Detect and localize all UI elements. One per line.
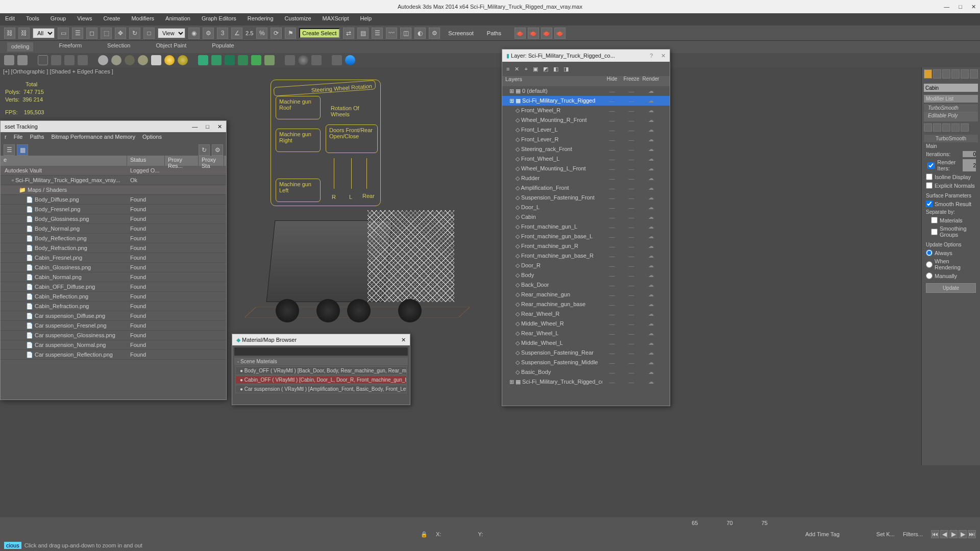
tree2-icon[interactable] bbox=[211, 55, 222, 65]
misc1-icon[interactable] bbox=[285, 55, 295, 65]
asset-row[interactable]: 📄 Body_Glossiness.pngFound bbox=[1, 214, 226, 224]
layer-panel[interactable]: ▮ Layer: Sci-Fi_Military_Truck_Rigged_co… bbox=[502, 49, 670, 406]
scale-icon[interactable]: □ bbox=[143, 28, 155, 39]
tool-icon[interactable] bbox=[332, 55, 342, 65]
curve-editor-icon[interactable]: 〰 bbox=[386, 28, 397, 39]
col-proxy-sta[interactable]: Proxy Sta bbox=[199, 156, 224, 166]
menu-views[interactable]: Views bbox=[77, 15, 92, 23]
layer-row[interactable]: ◇ Wheel_Mounting_L_Front——☁ bbox=[502, 164, 670, 173]
teapot2-icon[interactable]: 🫖 bbox=[528, 28, 539, 39]
menu-group[interactable]: Group bbox=[51, 15, 66, 23]
asset-row[interactable]: 📄 Body_Reflection.pngFound bbox=[1, 234, 226, 243]
select-window-icon[interactable]: ⬚ bbox=[101, 28, 112, 39]
show-icon[interactable] bbox=[933, 123, 941, 132]
sep-sg-check[interactable] bbox=[931, 229, 938, 235]
col-render[interactable]: Render bbox=[641, 76, 660, 86]
box-icon[interactable] bbox=[4, 55, 14, 65]
iterations-input[interactable] bbox=[963, 151, 976, 157]
asset-row[interactable]: 📄 Car suspension_Fresnel.pngFound bbox=[1, 321, 226, 331]
material-dialog-title[interactable]: ◆ Material/Map Browser ✕ bbox=[232, 334, 410, 345]
asset-menu-item[interactable]: Paths bbox=[30, 134, 44, 142]
mirror-icon[interactable]: ⇄ bbox=[343, 28, 354, 39]
layer-delete-icon[interactable]: ✕ bbox=[514, 66, 519, 72]
asset-row[interactable]: 📄 Car suspension_Normal.pngFound bbox=[1, 340, 226, 350]
tree1-icon[interactable] bbox=[198, 55, 208, 65]
layer-row[interactable]: ◇ Wheel_Mounting_R_Front——☁ bbox=[502, 115, 670, 125]
asset-row[interactable]: 📄 Cabin_Normal.pngFound bbox=[1, 272, 226, 282]
asset-menu-item[interactable]: File bbox=[14, 134, 23, 142]
percent-snap-icon[interactable]: % bbox=[256, 28, 267, 39]
asset-tracking-dialog[interactable]: sset Tracking —□✕ rFilePathsBitmap Perfo… bbox=[0, 120, 227, 400]
named-sel-icon[interactable]: ⚑ bbox=[285, 28, 296, 39]
ribbon-selection[interactable]: Selection bbox=[107, 42, 130, 52]
sep-materials-check[interactable] bbox=[931, 217, 938, 223]
render-iters-input[interactable] bbox=[963, 159, 976, 171]
material-browser-dialog[interactable]: ◆ Material/Map Browser ✕ - Scene Materia… bbox=[232, 334, 410, 405]
plane-icon[interactable] bbox=[17, 55, 28, 65]
layer-row[interactable]: ◇ Suspension_Fastening_Middle——☁ bbox=[502, 358, 670, 367]
asset-menu-item[interactable]: Options bbox=[142, 134, 162, 142]
close-icon[interactable]: ✕ bbox=[971, 4, 976, 10]
refresh-icon[interactable]: ↻ bbox=[199, 144, 210, 156]
asset-row[interactable]: 📄 Body_Refraction.pngFound bbox=[1, 243, 226, 253]
tree3-icon[interactable] bbox=[225, 55, 235, 65]
display-tab-icon[interactable] bbox=[961, 69, 969, 79]
material-item[interactable]: ● Car suspension ( VRayMtl ) [Amplificat… bbox=[235, 385, 407, 393]
asset-row[interactable]: 📄 Body_Fresnel.pngFound bbox=[1, 205, 226, 214]
set-key-button[interactable]: Set K... bbox=[876, 531, 895, 537]
asset-row[interactable]: 📄 Car suspension_Glossiness.pngFound bbox=[1, 331, 226, 340]
torus-icon[interactable] bbox=[78, 55, 88, 65]
layer-more-icon[interactable]: ◨ bbox=[564, 66, 569, 72]
lock-icon[interactable]: 🔒 bbox=[421, 531, 428, 538]
asset-row[interactable]: 📄 Cabin_Glossiness.pngFound bbox=[1, 263, 226, 272]
layer-row[interactable]: ◇ Cabin——☁ bbox=[502, 212, 670, 222]
layer-row[interactable]: ◇ Suspension_Fastening_Rear——☁ bbox=[502, 348, 670, 358]
layer-row[interactable]: ◇ Amplification_Front——☁ bbox=[502, 183, 670, 193]
smooth-result-check[interactable] bbox=[926, 201, 933, 207]
menu-animation[interactable]: Animation bbox=[165, 15, 190, 23]
col-status[interactable]: Status bbox=[127, 156, 165, 166]
menu-tools[interactable]: Tools bbox=[26, 15, 39, 23]
layer-sel-icon[interactable]: ▣ bbox=[533, 66, 538, 72]
rotate-icon[interactable]: ↻ bbox=[129, 28, 140, 39]
layer-row[interactable]: ◇ Rear_Wheel_R——☁ bbox=[502, 309, 670, 319]
menu-maxscript[interactable]: MAXScript bbox=[323, 15, 349, 23]
min-icon[interactable]: — bbox=[192, 123, 198, 130]
layer-row[interactable]: ◇ Front_Wheel_R——☁ bbox=[502, 106, 670, 115]
layer-hide-icon[interactable]: ◧ bbox=[553, 66, 558, 72]
material-item[interactable]: ● Cabin_OFF ( VRayMtl ) [Cabin, Door_L, … bbox=[235, 375, 407, 384]
selection-filter-select[interactable]: All bbox=[33, 28, 55, 38]
tree4-icon[interactable] bbox=[238, 55, 248, 65]
next-frame-icon[interactable]: ▶ bbox=[959, 530, 967, 538]
align-icon[interactable]: ▤ bbox=[357, 28, 369, 39]
col-name[interactable]: e bbox=[1, 156, 127, 166]
angle-snap-icon[interactable]: ∠ bbox=[231, 28, 242, 39]
remove-icon[interactable] bbox=[951, 123, 960, 132]
close-icon[interactable]: ✕ bbox=[217, 123, 222, 130]
add-time-tag-button[interactable]: Add Time Tag bbox=[805, 531, 840, 537]
render-iters-check[interactable] bbox=[926, 162, 936, 169]
prim4-icon[interactable] bbox=[138, 55, 148, 65]
layer-row[interactable]: ◇ Back_Door——☁ bbox=[502, 280, 670, 290]
max-icon[interactable]: □ bbox=[206, 123, 209, 130]
ribbon-populate[interactable]: Populate bbox=[212, 42, 234, 52]
prev-frame-icon[interactable]: ◀ bbox=[940, 530, 948, 538]
move-icon[interactable]: ✥ bbox=[115, 28, 126, 39]
maximize-icon[interactable]: □ bbox=[959, 4, 962, 10]
material-item[interactable]: ● Body_OFF ( VRayMtl ) [Back_Door, Body,… bbox=[235, 366, 407, 375]
sphere-icon[interactable] bbox=[51, 55, 61, 65]
screenshot-label[interactable]: Screensot bbox=[448, 30, 474, 36]
layer-row[interactable]: ◇ Door_L——☁ bbox=[502, 203, 670, 212]
asset-row[interactable]: ▫ Sci-Fi_Military_Truck_Rigged_max_vray.… bbox=[1, 176, 226, 185]
close-icon[interactable]: ✕ bbox=[401, 337, 406, 343]
asset-row[interactable]: 📄 Cabin_Fresnel.pngFound bbox=[1, 253, 226, 263]
schematic-icon[interactable]: ◫ bbox=[400, 28, 411, 39]
stack-editable-poly[interactable]: Editable Poly bbox=[924, 112, 978, 119]
spinner-snap-icon[interactable]: ⟳ bbox=[271, 28, 282, 39]
manually-radio[interactable] bbox=[926, 272, 933, 279]
manip-icon[interactable]: ⚙ bbox=[203, 28, 214, 39]
time-slider[interactable]: 65 70 75 bbox=[0, 517, 980, 529]
layer-row[interactable]: ◇ Front_machine_gun_R——☁ bbox=[502, 241, 670, 251]
isoline-check[interactable] bbox=[926, 173, 933, 180]
paths-label[interactable]: Paths bbox=[487, 30, 501, 36]
